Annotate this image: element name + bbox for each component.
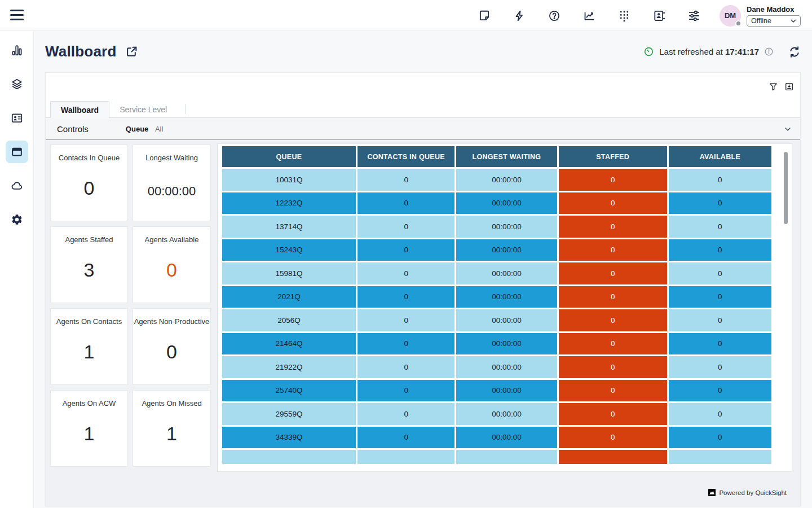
cell-queue: 10031Q — [222, 169, 356, 191]
sheet-tab[interactable]: Service Level — [109, 101, 177, 117]
kpi-label: Agents On Missed — [133, 399, 210, 408]
cell-waiting — [456, 450, 557, 464]
kpi-card: Agents Non-Productive 0 — [133, 308, 211, 385]
column-header: STAFFED — [559, 146, 667, 167]
quick-actions-icon[interactable] — [513, 10, 526, 22]
queue-row: 2021Q 0 00:00:00 0 0 — [222, 286, 771, 308]
timer-icon — [643, 46, 654, 57]
layers-icon — [11, 78, 23, 90]
queue-filter[interactable]: Queue All — [126, 125, 164, 133]
preferences-sliders-icon[interactable] — [688, 10, 700, 22]
status-dot — [735, 20, 742, 27]
cell-available: 0 — [669, 169, 771, 191]
cell-queue: 29559Q — [222, 403, 356, 425]
cell-waiting: 00:00:00 — [456, 403, 557, 425]
cell-staffed: 0 — [559, 309, 667, 331]
kpi-value: 3 — [51, 259, 127, 281]
agent-status-select[interactable]: Offline — [747, 15, 801, 27]
kpi-label: Agents Available — [133, 235, 210, 244]
powered-by-text: Powered by QuickSight — [719, 489, 787, 496]
sheet-tabs: Wallboard Service Level — [46, 101, 800, 118]
sidebar-item-cloud[interactable] — [6, 174, 28, 197]
kpi-value: 1 — [51, 341, 127, 363]
cell-contacts: 0 — [358, 216, 454, 238]
cell-waiting: 00:00:00 — [456, 356, 557, 378]
hamburger-menu-icon[interactable] — [10, 10, 24, 21]
queue-row: 21922Q 0 00:00:00 0 0 — [222, 356, 771, 378]
kpi-value: 0 — [133, 341, 210, 363]
gear-icon — [11, 213, 23, 226]
directory-icon[interactable] — [653, 10, 665, 22]
queue-row: 13714Q 0 00:00:00 0 0 — [222, 216, 771, 238]
cell-available: 0 — [669, 427, 771, 449]
info-icon[interactable] — [764, 47, 774, 56]
topbar-actions: DM Dane Maddox Offline — [478, 0, 801, 31]
refresh-status: Last refreshed at 17:41:17 — [643, 46, 801, 58]
cell-waiting: 00:00:00 — [456, 309, 557, 331]
cell-staffed: 0 — [559, 216, 667, 238]
kpi-label: Agents Non-Productive — [133, 317, 210, 326]
cell-queue: 2021Q — [222, 286, 356, 308]
kpi-value: 1 — [133, 423, 210, 445]
queue-row — [222, 450, 771, 464]
controls-label: Controls — [57, 124, 89, 134]
table-scrollbar[interactable] — [784, 152, 788, 224]
powered-by-quicksight[interactable]: Powered by QuickSight — [708, 489, 787, 496]
help-icon[interactable] — [548, 10, 561, 22]
sheet-tab[interactable]: Wallboard — [50, 101, 109, 118]
queue-row: 10031Q 0 00:00:00 0 0 — [222, 169, 771, 191]
kpi-value: 1 — [51, 423, 127, 445]
kpi-label: Agents On Contacts — [51, 317, 127, 326]
cell-staffed — [559, 450, 667, 464]
user-block: DM Dane Maddox Offline — [720, 5, 801, 27]
kpi-card: Longest Waiting 00:00:00 — [133, 144, 211, 221]
cell-available: 0 — [669, 380, 771, 402]
refresh-icon[interactable] — [788, 46, 801, 58]
dashboard-panel: Wallboard Service Level Controls Queue A… — [45, 72, 801, 506]
cell-contacts: 0 — [358, 169, 454, 191]
cell-queue: 12232Q — [222, 192, 356, 214]
queue-filter-value: All — [155, 125, 163, 133]
cell-staffed: 0 — [559, 239, 667, 261]
queue-row: 15243Q 0 00:00:00 0 0 — [222, 239, 771, 261]
cell-available: 0 — [669, 262, 771, 284]
column-header: AVAILABLE — [669, 146, 771, 167]
cell-contacts: 0 — [358, 239, 454, 261]
avatar[interactable]: DM — [720, 5, 741, 27]
cell-staffed: 0 — [559, 169, 667, 191]
cell-contacts: 0 — [358, 333, 454, 355]
dashboard-sheet: Contacts In Queue 0 Longest Waiting 00:0… — [46, 140, 800, 506]
cell-queue: 34339Q — [222, 427, 356, 449]
sidebar-item-contacts[interactable] — [6, 107, 28, 129]
cell-available: 0 — [669, 286, 771, 308]
dialpad-icon[interactable] — [618, 10, 630, 22]
kpi-value: 00:00:00 — [133, 184, 210, 199]
sidebar-item-settings[interactable] — [6, 208, 28, 231]
sidebar-item-layers[interactable] — [6, 73, 28, 95]
user-name: Dane Maddox — [747, 5, 801, 14]
external-link-icon[interactable] — [125, 45, 138, 58]
column-header: LONGEST WAITING — [456, 146, 557, 167]
cell-contacts: 0 — [358, 403, 454, 425]
kpi-label: Longest Waiting — [133, 154, 210, 162]
cell-waiting: 00:00:00 — [456, 239, 557, 261]
cell-queue — [222, 450, 356, 464]
export-icon[interactable] — [784, 82, 794, 91]
filter-icon[interactable] — [769, 82, 778, 91]
note-icon[interactable] — [478, 10, 491, 22]
cell-available: 0 — [669, 216, 771, 238]
cell-queue: 15981Q — [222, 262, 356, 284]
cell-queue: 25740Q — [222, 380, 356, 402]
queue-row: 15981Q 0 00:00:00 0 0 — [222, 262, 771, 284]
column-header: QUEUE — [222, 146, 356, 167]
agent-status-value: Offline — [751, 17, 771, 25]
sidebar-item-app-windows[interactable] — [6, 141, 28, 163]
queue-row: 12232Q 0 00:00:00 0 0 — [222, 192, 771, 214]
metrics-icon[interactable] — [583, 10, 595, 22]
sidebar-item-analytics[interactable] — [6, 39, 28, 62]
cell-queue: 2056Q — [222, 309, 356, 331]
cell-available: 0 — [669, 309, 771, 331]
queue-table-header: QUEUE CONTACTS IN QUEUE LONGEST WAITING … — [222, 146, 771, 167]
controls-collapse-chevron-icon[interactable] — [783, 125, 792, 134]
kpi-label: Contacts In Queue — [51, 154, 127, 162]
